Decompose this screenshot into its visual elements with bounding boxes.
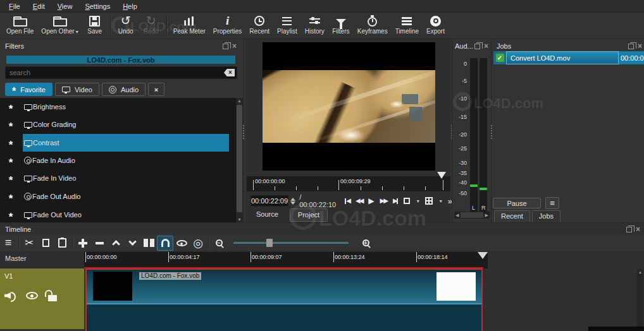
ripple-delete-button[interactable]: [91, 235, 108, 251]
filter-search-input[interactable]: [6, 69, 224, 76]
open-other-button[interactable]: Open Other▾: [37, 13, 82, 39]
lift-button[interactable]: [108, 235, 124, 251]
close-panel-icon[interactable]: ×: [636, 226, 640, 232]
master-track-header[interactable]: Master: [0, 252, 84, 268]
filter-row-fade-out-audio[interactable]: * Fade Out Audio: [0, 188, 237, 205]
overwrite-button[interactable]: [124, 235, 140, 251]
zoom-fit-button[interactable]: [404, 198, 410, 204]
tab-project[interactable]: Project: [290, 208, 328, 222]
close-panel-icon[interactable]: ×: [638, 43, 642, 49]
pause-button[interactable]: Pause: [493, 198, 541, 208]
right-level-bar: [480, 188, 487, 190]
jobs-panel: Jobs × ✓ Convert LO4D.mov 00:00:08 Pause…: [492, 39, 644, 222]
player-playhead[interactable]: [437, 172, 446, 179]
peak-meter-button[interactable]: Peak Meter: [170, 13, 209, 39]
cut-button[interactable]: ✂: [21, 235, 37, 251]
float-panel-icon[interactable]: [223, 44, 228, 49]
scroll-up-icon[interactable]: ▲: [637, 270, 643, 274]
scroll-up-icon[interactable]: ▲: [236, 99, 243, 103]
rewind-button[interactable]: ◀◀: [356, 198, 362, 204]
job-name[interactable]: Convert LO4D.mov: [506, 51, 619, 64]
snap-toggle-button[interactable]: [157, 235, 173, 251]
open-file-button[interactable]: Open File: [3, 13, 37, 39]
history-button[interactable]: History: [301, 13, 328, 39]
meter-hscrollbar[interactable]: ◀ ▶: [454, 212, 490, 219]
scrollbar-thumb[interactable]: [461, 212, 483, 218]
current-position-field[interactable]: 00:00:22:09: [251, 195, 288, 207]
timeline-vscrollbar[interactable]: ▲: [637, 269, 643, 331]
export-button[interactable]: Export: [423, 13, 449, 39]
grid-button[interactable]: [425, 197, 433, 205]
zoom-out-button[interactable]: −: [211, 235, 227, 251]
hide-track-icon[interactable]: [26, 292, 38, 299]
float-panel-icon[interactable]: [626, 227, 632, 232]
tab-source[interactable]: Source: [249, 208, 286, 222]
filter-row-color-grading[interactable]: * Color Grading: [0, 116, 237, 133]
menu-settings[interactable]: Settings: [78, 1, 116, 11]
job-row[interactable]: ✓ Convert LO4D.mov 00:00:08: [493, 51, 644, 64]
clear-search-icon[interactable]: ×: [224, 69, 235, 76]
playlist-button[interactable]: Playlist: [273, 13, 301, 39]
tab-jobs[interactable]: Jobs: [532, 210, 560, 222]
timeline-zoom-slider[interactable]: [233, 242, 349, 244]
copy-button[interactable]: [37, 235, 54, 251]
lock-track-icon[interactable]: [48, 295, 57, 301]
timeline-button[interactable]: Timeline: [392, 13, 423, 39]
ripple-toggle-button[interactable]: ◎: [190, 235, 206, 251]
dropdown-arrow-icon[interactable]: ▾: [440, 198, 442, 204]
video-preview[interactable]: [263, 42, 435, 171]
clear-filter-type-button[interactable]: ×: [148, 83, 164, 96]
redo-button[interactable]: ↻ Redo: [139, 13, 164, 39]
undo-button[interactable]: ↺ Undo: [113, 13, 139, 39]
timeline-clip-selected[interactable]: LO4D.com - Fox.vob: [85, 268, 483, 331]
split-button[interactable]: [140, 235, 157, 251]
keyframes-button[interactable]: Keyframes: [354, 13, 392, 39]
filter-row-fade-in-video[interactable]: * Fade In Video: [0, 169, 237, 187]
timeline-playhead[interactable]: [478, 252, 488, 259]
scroll-down-icon[interactable]: ▼: [236, 217, 243, 222]
menu-edit[interactable]: Edit: [27, 1, 51, 11]
tab-recent[interactable]: Recent: [494, 210, 530, 222]
recent-button[interactable]: Recent: [245, 13, 273, 39]
play-button[interactable]: ▶: [368, 198, 374, 204]
dropdown-arrow-icon[interactable]: ▾: [417, 198, 419, 204]
zoom-slider-handle[interactable]: [266, 239, 273, 247]
append-button[interactable]: [75, 235, 91, 251]
timeline-menu-button[interactable]: ≡: [0, 235, 16, 251]
close-panel-icon[interactable]: ×: [232, 43, 237, 49]
menu-file[interactable]: File: [3, 1, 27, 11]
properties-button[interactable]: i Properties: [209, 13, 246, 39]
float-panel-icon[interactable]: [628, 44, 634, 49]
mute-track-icon[interactable]: [4, 291, 16, 300]
close-panel-icon[interactable]: ×: [484, 43, 488, 49]
audio-filter-button[interactable]: Audio: [102, 83, 146, 96]
position-spinner[interactable]: [290, 198, 295, 205]
video-track-header[interactable]: V1: [0, 268, 84, 329]
filter-row-fade-in-audio[interactable]: * Fade In Audio: [0, 152, 237, 169]
filter-row-brightness[interactable]: * Brightness: [0, 98, 237, 116]
timeline-ruler[interactable]: 00:00:00:00 00:00:04:17 00:00:09:07 00:0…: [84, 252, 488, 268]
scrub-while-dragging-button[interactable]: [173, 235, 190, 251]
filters-button[interactable]: Filters: [328, 13, 354, 39]
fast-forward-button[interactable]: ▶▶: [380, 198, 387, 204]
filter-row-fade-out-video[interactable]: * Fade Out Video: [0, 206, 237, 222]
paste-button[interactable]: [54, 235, 70, 251]
float-panel-icon[interactable]: [474, 44, 480, 49]
scroll-left-icon[interactable]: ◀: [454, 213, 460, 218]
filter-list-scrollbar[interactable]: ▲ ▼: [236, 98, 243, 222]
menu-help[interactable]: Help: [116, 1, 144, 11]
skip-to-end-button[interactable]: ▶: [393, 198, 398, 204]
ruler-label-3: 00:00:13:24: [335, 254, 365, 260]
skip-to-start-button[interactable]: ◀: [345, 198, 350, 204]
save-button[interactable]: Save: [82, 13, 108, 39]
menu-view[interactable]: View: [51, 1, 79, 11]
favorite-filter-button[interactable]: * Favorite: [5, 83, 53, 96]
panel-splitter[interactable]: [242, 125, 245, 139]
scrollbar-thumb[interactable]: [237, 105, 242, 212]
zoom-in-button[interactable]: +: [357, 235, 374, 251]
filter-row-contrast-selected[interactable]: * Contrast: [0, 134, 237, 152]
scroll-right-icon[interactable]: ▶: [484, 213, 490, 218]
jobs-menu-button[interactable]: ≡: [545, 197, 559, 209]
video-filter-button[interactable]: Video: [55, 83, 99, 96]
player-scrubber[interactable]: 00:00:00:00 00:00:09:29: [247, 176, 450, 191]
